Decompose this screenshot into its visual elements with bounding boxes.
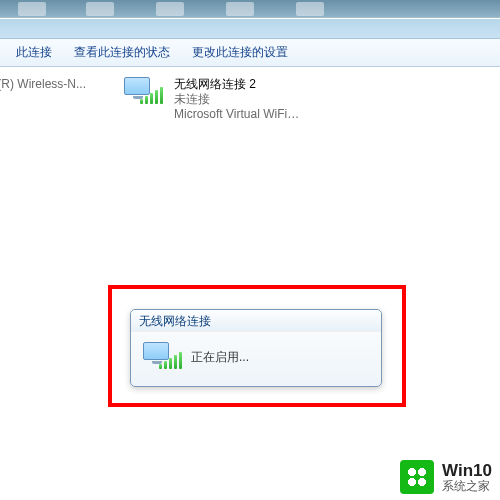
adapter-status: 未连接 [174, 92, 300, 107]
adapter-item[interactable]: 无线网络连接 2 未连接 Microsoft Virtual WiFi Mini… [122, 73, 304, 126]
adapter-item[interactable]: no(R) Wireless-N... [0, 73, 114, 126]
adapter-list-area[interactable]: no(R) Wireless-N... 无线网络连接 2 未连接 Microso… [0, 67, 500, 458]
adapter-device: no(R) Wireless-N... [0, 77, 86, 92]
window-glass-bar [0, 19, 500, 39]
adapter-name: 无线网络连接 2 [174, 77, 300, 92]
adapter-icon [124, 77, 168, 117]
dialog-title: 无线网络连接 [131, 310, 381, 332]
dialog-message: 正在启用... [191, 349, 249, 366]
watermark: Win10 系统之家 [400, 460, 492, 494]
enabling-dialog: 无线网络连接 正在启用... [130, 309, 382, 387]
wifi-icon [143, 342, 179, 372]
desktop-background-strip [0, 0, 500, 18]
toolbar-btn-change-settings[interactable]: 更改此连接的设置 [182, 40, 298, 65]
toolbar-btn-this-connection[interactable]: 此连接 [6, 40, 62, 65]
watermark-line2: 系统之家 [442, 479, 492, 493]
watermark-logo-icon [400, 460, 434, 494]
toolbar-btn-view-status[interactable]: 查看此连接的状态 [64, 40, 180, 65]
adapter-device: Microsoft Virtual WiFi Minipor... [174, 107, 300, 122]
command-toolbar: 此连接 查看此连接的状态 更改此连接的设置 [0, 39, 500, 67]
watermark-line1: Win10 [442, 462, 492, 479]
network-connections-window: 此连接 查看此连接的状态 更改此连接的设置 no(R) Wireless-N..… [0, 18, 500, 458]
